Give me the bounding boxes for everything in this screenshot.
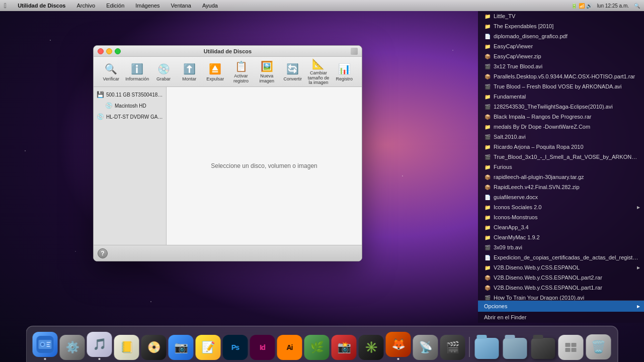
sidebar-item-7[interactable]: 🎬True Blood – Fresh Blood VOSE by ARKONA… [478,81,644,92]
toolbar-label-verificar: Verificar [103,77,119,82]
dock-app-iphoto[interactable]: 📷 [169,335,194,360]
disk-icon-dvd: 💿 [97,113,104,121]
sidebar-item-12[interactable]: 🎬Salt.2010.avi [478,132,644,142]
minimize-button[interactable] [106,48,112,54]
menu-ayuda[interactable]: Ayuda [200,2,220,10]
sidebar-item-27[interactable]: 📦V2B.Diseno.Web.y.CSS.ESPANOL.part1.rar [478,283,644,293]
dock-app-growl[interactable]: ✳️ [359,335,384,360]
dock-folder-dark[interactable] [530,334,556,360]
sidebar-item-label-11: medals By Dr Dope -DowntWareZ.Com [494,124,640,130]
disk-item-dvd[interactable]: 💿HL-DT-ST DVDRW GA11N [94,111,166,122]
sidebar-scroll[interactable]: 📁Little_TV📁The Expendables [2010]📄diplom… [478,11,644,300]
toolbar-label-montar: Montar [182,77,196,82]
sidebar-item-label-28: How To Train Your Dragon (2010).avi [494,295,640,300]
sidebar-item-6[interactable]: 📦Parallels.Desktop.v5.0.9344.MAC.OSX-HOT… [478,71,644,81]
toolbar-btn-expulsar[interactable]: ⏏️Expulsar [203,59,227,85]
sidebar-item-label-18: guiafileserve.docx [494,194,640,200]
sidebar-item-icon-22: 📁 [484,234,491,241]
sidebar-item-14[interactable]: 🎬True_Blood_3x10_-_I_Smell_a_Rat_VOSE_by… [478,152,644,162]
dock-app-system-prefs[interactable]: ⚙️ [60,335,85,360]
dock-app-firefox[interactable]: 🦊 [386,332,411,360]
sidebar-item-arrow-19: ▶ [637,205,640,210]
sidebar-item-22[interactable]: 📁CleanMyMac 1.9.2 [478,232,644,242]
dock-app-trash[interactable]: 🗑️ [586,334,612,360]
maximize-button[interactable] [115,48,121,54]
help-button[interactable]: ? [98,248,108,258]
close-button[interactable] [98,48,104,54]
sidebar-item-2[interactable]: 📄diplomado_diseno_grafico.pdf [478,31,644,41]
menubar-search-icon[interactable]: 🔍 [634,3,640,9]
toolbar-btn-grabar[interactable]: 💿Grabar [151,59,176,85]
app-menu-utilidad[interactable]: Utilidad de Discos [16,2,67,10]
resize-button[interactable] [351,48,358,55]
dock-app-istatmenus[interactable]: 🌿 [304,335,330,360]
toolbar-btn-convertir[interactable]: 🔄Convertir [280,59,305,85]
sidebar-item-23[interactable]: 🎬3x09 trb.avi [478,242,644,252]
sidebar-item-1[interactable]: 📁The Expendables [2010] [478,21,644,31]
sidebar-item-icon-17: 📦 [484,184,491,191]
sidebar-item-20[interactable]: 📁Iconos-Monstruos [478,212,644,222]
dock-app-dvdplayer[interactable]: 📀 [141,335,167,360]
sidebar-item-15[interactable]: 📁Furious [478,162,644,172]
sidebar-item-0[interactable]: 📁Little_TV [478,11,644,21]
menu-imagenes[interactable]: Imágenes [133,2,162,10]
toolbar-btn-montar[interactable]: ⬆️Montar [177,59,202,85]
toolbar-btn-registro[interactable]: 📊Registro [332,59,357,85]
dock-app-dvd2[interactable]: 🎬 [440,335,465,360]
dock-app-photoshop[interactable]: Ps [223,335,248,360]
sidebar-item-17[interactable]: 📦RapidLeech.v42.Final.SVN.282.zip [478,182,644,192]
sidebar-item-13[interactable]: 📁Ricardo Arjona – Poquita Ropa 2010 [478,142,644,152]
sidebar-item-11[interactable]: 📁medals By Dr Dope -DowntWareZ.Com [478,122,644,132]
sidebar-item-label-21: CleanApp_3.4 [494,224,640,230]
disk-item-hdd[interactable]: 💾500.11 GB ST3500418ASQ... [94,89,166,100]
disk-utility-window: Utilidad de Discos 🔍Verificarℹ️Informaci… [93,45,362,261]
toolbar-icon-informacion: ℹ️ [130,62,144,76]
sidebar-item-icon-16: 📦 [484,173,491,180]
sidebar-item-19[interactable]: 📁Iconos Sociales 2.0▶ [478,202,644,212]
sidebar-item-icon-28: 🎬 [484,294,491,300]
toolbar-btn-nueva_imagen[interactable]: 🖼️Nueva imagen [255,59,279,85]
sidebar-item-5[interactable]: 🎬3x12 True Blood.avi [478,61,644,71]
sidebar-item-16[interactable]: 📦rapidleech-all-plugin-30january.tar.gz [478,172,644,182]
sidebar-item-icon-14: 🎬 [484,153,491,160]
dock-app-transmission[interactable]: 📡 [413,335,438,360]
sidebar-item-9[interactable]: 🎬1282543530_TheTwilightSaga-Eclipse(2010… [478,102,644,112]
sidebar-item-icon-6: 📦 [484,73,491,80]
dock-app-indesign[interactable]: Id [250,335,275,360]
menu-edicion[interactable]: Edición [104,2,126,10]
disk-item-macintosh_hd[interactable]: 💿Macintosh HD [94,100,166,111]
toolbar-btn-cambiar_tamano[interactable]: 📐Cambiar tamaño de la imagen [306,59,331,85]
dock-app-stickies[interactable]: 📝 [196,335,221,360]
sidebar-item-3[interactable]: 📁EasyCapViewer [478,41,644,51]
sidebar-item-25[interactable]: 📁V2B.Diseno.Web.y.CSS.ESPANOL▶ [478,262,644,273]
dock-app-screenium[interactable]: 📸 [332,335,357,360]
context-menu-arrow-0: ▶ [637,304,640,309]
apple-menu[interactable]:  [4,2,7,10]
context-menu-item-0[interactable]: Opciones▶ [478,301,644,312]
sidebar-item-21[interactable]: 📁CleanApp_3.4 [478,222,644,232]
sidebar-item-26[interactable]: 📦V2B.Diseno.Web.y.CSS.ESPANOL.part2.rar [478,273,644,283]
sidebar-item-8[interactable]: 📁Fundamental [478,92,644,102]
dock-app-illustrator[interactable]: Ai [277,335,302,360]
dock-app-addressbook[interactable]: 📒 [114,335,139,360]
sidebar-item-18[interactable]: 📄guiafileserve.docx [478,192,644,202]
toolbar-btn-verificar[interactable]: 🔍Verificar [99,59,123,85]
toolbar-btn-informacion[interactable]: ℹ️Información [124,59,150,85]
toolbar-label-registro: Registro [336,77,353,82]
toolbar-icon-expulsar: ⏏️ [208,62,222,76]
dock: ⚙️ 🎵 📒 📀 📷 📝 Ps Id A [26,326,618,362]
toolbar-btn-activar_registro[interactable]: 📋Activar registro [228,59,253,85]
dock-app-expose[interactable] [558,335,584,360]
dock-app-itunes[interactable]: 🎵 [87,332,112,360]
sidebar-item-4[interactable]: 📦EasyCapViewer.zip [478,51,644,61]
menu-archivo[interactable]: Archivo [74,2,97,10]
sidebar-item-24[interactable]: 📄Expedicion_de_copias_certificadas_de_ac… [478,252,644,262]
context-menu-item-1[interactable]: Abrir en el Finder [478,312,644,323]
sidebar-item-28[interactable]: 🎬How To Train Your Dragon (2010).avi [478,293,644,300]
dock-folder-downloads[interactable] [502,334,528,360]
sidebar-item-label-25: V2B.Diseno.Web.y.CSS.ESPANOL [494,264,635,270]
menu-ventana[interactable]: Ventana [169,2,193,10]
dock-folder-apps[interactable] [474,334,500,360]
dock-app-finder[interactable] [33,332,58,360]
sidebar-item-10[interactable]: 📦Black Impala – Rangos De Progreso.rar [478,112,644,122]
